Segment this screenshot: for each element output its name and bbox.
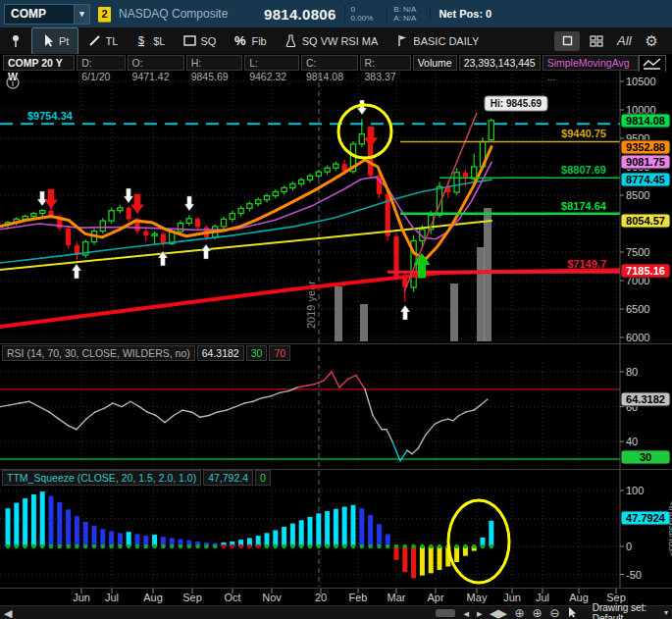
time-axis-label: Feb (349, 592, 368, 603)
rsi-overbought: 70 (269, 345, 290, 361)
squeeze-panel[interactable] (0, 488, 620, 587)
squeeze-dot (342, 544, 346, 548)
squeeze-dot (6, 544, 10, 548)
rsi-line-segment (244, 401, 253, 403)
squeeze-dot (403, 544, 407, 548)
squeeze-dot (75, 544, 78, 548)
signal-down-arrow (364, 127, 378, 147)
rsi-line-segment (174, 410, 182, 415)
squeeze-dot (454, 544, 458, 548)
squeeze-bar (83, 522, 88, 546)
squeeze-dot (360, 544, 364, 548)
candle-body (489, 121, 493, 140)
rsi-line-segment (339, 379, 348, 387)
squeeze-bar (92, 526, 97, 546)
candle-body (256, 200, 261, 204)
squeeze-dot (92, 544, 96, 548)
trading-platform-window: COMP ▾ 2 NASDAQ Composite 9814.0806 0 0.… (0, 0, 672, 619)
rsi-line-segment (356, 376, 365, 389)
svg-text:30: 30 (640, 451, 651, 463)
white-up-arrow (72, 264, 81, 279)
candle-body (221, 219, 226, 227)
squeeze-dot (58, 544, 62, 548)
squeeze-dot (23, 544, 26, 548)
candle-body (127, 208, 131, 220)
rsi-line-segment (122, 401, 130, 406)
rsi-line-segment (39, 407, 49, 412)
candle-body (100, 221, 105, 231)
main-chart-panel[interactable]: 2019 year$9754.34$9440.75$8807.69$8174.6… (0, 74, 620, 587)
squeeze-highlight-circle (448, 500, 509, 583)
squeeze-bar (438, 546, 442, 570)
rsi-line-segment (95, 408, 104, 412)
rsi-line-segment (348, 376, 356, 380)
candle-body (264, 196, 269, 200)
squeeze-dot (31, 544, 35, 548)
svg-text:i: i (12, 78, 15, 88)
rsi-line-segment (235, 403, 244, 407)
squeeze-bar (66, 509, 71, 546)
squeeze-bar (368, 515, 373, 546)
candle-body (109, 211, 114, 221)
rsi-line-segment (365, 389, 373, 416)
candle-body (273, 192, 278, 196)
candle-body (282, 187, 286, 191)
squeeze-dot (101, 544, 105, 548)
squeeze-dot (231, 544, 234, 548)
squeeze-bar (334, 509, 338, 546)
squeeze-bar (342, 507, 347, 546)
squeeze-dot (282, 544, 285, 548)
squeeze-dot (438, 544, 441, 548)
squeeze-dot (187, 544, 191, 548)
candle-body (316, 172, 321, 176)
candle-body (307, 176, 312, 180)
rsi-axis-tick: 80 (626, 366, 638, 378)
rsi-line-segment (453, 416, 459, 421)
price-level-label: $9440.75 (561, 128, 606, 139)
rsi-label[interactable]: RSI (14, 70, 30, CLOSE, WILDERS, no) (2, 345, 195, 361)
rsi-line-segment (332, 372, 339, 387)
squeeze-dot (222, 544, 226, 548)
rsi-line-segment (104, 403, 113, 408)
candle-body (247, 204, 252, 209)
squeeze-dot (463, 544, 467, 548)
rsi-line-segment (373, 416, 382, 430)
sma-orange (0, 147, 491, 259)
svg-text:9352.88: 9352.88 (626, 141, 665, 153)
rsi-line-segment (10, 403, 20, 405)
squeeze-bar (377, 524, 382, 546)
squeeze-bar (290, 524, 295, 546)
squeeze-dot (179, 544, 182, 548)
squeeze-dot (238, 544, 242, 548)
rsi-line-segment (147, 412, 156, 416)
squeeze-dot (204, 544, 208, 548)
svg-text:8054.57: 8054.57 (626, 215, 665, 227)
chart-canvas[interactable]: 2019 year$9754.34$9440.75$8807.69$8174.6… (0, 0, 672, 619)
squeeze-dot (274, 544, 278, 548)
rsi-line-segment (448, 419, 453, 421)
squeeze-dot (481, 544, 485, 548)
rsi-line-segment (130, 401, 139, 406)
rsi-line-segment (59, 419, 69, 426)
rsi-line-segment (459, 412, 466, 416)
squeeze-bar (308, 517, 313, 546)
squeeze-zero: 0 (255, 470, 271, 486)
rsi-line-segment (441, 419, 448, 421)
svg-text:9081.75: 9081.75 (626, 156, 665, 168)
squeeze-dot (247, 544, 251, 548)
squeeze-label[interactable]: TTM_Squeeze (CLOSE, 20, 1.5, 2.0, 1.0) (2, 470, 201, 486)
highlight-circle (338, 105, 391, 158)
squeeze-bar (402, 546, 407, 572)
squeeze-bar (23, 498, 27, 546)
squeeze-dot (394, 544, 398, 548)
volume-bar (335, 286, 342, 341)
rsi-line-segment (262, 396, 271, 398)
rsi-panel[interactable] (0, 363, 620, 468)
rsi-line-segment (49, 412, 59, 419)
time-axis-label: Jun (503, 592, 521, 603)
squeeze-header: TTM_Squeeze (CLOSE, 20, 1.5, 2.0, 1.0) 4… (2, 470, 271, 486)
time-axis-label: Nov (262, 592, 282, 603)
rsi-line-segment (426, 424, 435, 435)
rsi-line-segment (200, 416, 209, 418)
squeeze-bar (6, 508, 11, 546)
